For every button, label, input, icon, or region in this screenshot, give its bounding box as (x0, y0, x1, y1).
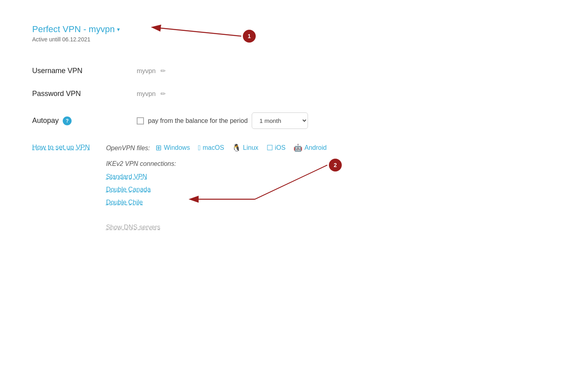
setup-vpn-link[interactable]: How to set up VPN (32, 143, 90, 151)
password-field-row: Password VPN myvpn ✏ (32, 90, 551, 98)
autopay-text: pay from the balance for the period (148, 117, 248, 125)
svg-line-1 (161, 28, 241, 36)
ios-link[interactable]: ☐ iOS (267, 143, 286, 152)
openvpn-label: OpenVPN files: (106, 145, 150, 151)
ikev2-label: IKEv2 VPN connections: (106, 160, 551, 167)
windows-icon: ⊞ (156, 143, 162, 152)
apple-icon:  (198, 144, 201, 152)
dns-servers-link[interactable]: Show DNS servers (106, 224, 160, 231)
annotation-arrow-1: 1 (153, 16, 294, 64)
password-value: myvpn (137, 90, 156, 98)
autopay-label: Autopay (32, 116, 59, 125)
android-icon: 🤖 (294, 143, 302, 152)
password-edit-icon[interactable]: ✏ (160, 90, 166, 98)
period-select[interactable]: 1 month 3 months 6 months 12 months (252, 112, 308, 129)
username-edit-icon[interactable]: ✏ (160, 67, 166, 75)
svg-line-5 (255, 165, 327, 199)
active-until-label: Active untill 06.12.2021 (32, 36, 120, 43)
android-link[interactable]: 🤖 Android (294, 143, 326, 152)
vpn-title[interactable]: Perfect VPN - myvpn ▾ (32, 24, 120, 35)
username-field-row: Username VPN myvpn ✏ (32, 67, 551, 75)
standard-vpn-link[interactable]: Standard VPN (106, 173, 551, 180)
double-canada-link[interactable]: Double Canada (106, 186, 551, 193)
svg-point-2 (243, 30, 256, 43)
autopay-help-icon[interactable]: ? (63, 116, 72, 125)
macos-link[interactable]:  macOS (198, 144, 224, 152)
ios-icon: ☐ (267, 143, 273, 152)
chevron-down-icon: ▾ (117, 26, 120, 33)
vpn-name-text: Perfect VPN - myvpn (32, 24, 115, 35)
password-label: Password VPN (32, 90, 137, 98)
linux-link[interactable]: 🐧 Linux (232, 143, 258, 152)
linux-icon: 🐧 (232, 143, 241, 152)
double-chile-link[interactable]: Double Chile (106, 199, 551, 206)
autopay-checkbox[interactable] (137, 117, 144, 125)
username-label: Username VPN (32, 67, 137, 75)
svg-text:1: 1 (248, 33, 251, 39)
username-value: myvpn (137, 67, 156, 75)
autopay-field-row: Autopay ? pay from the balance for the p… (32, 112, 551, 129)
windows-link[interactable]: ⊞ Windows (156, 143, 190, 152)
